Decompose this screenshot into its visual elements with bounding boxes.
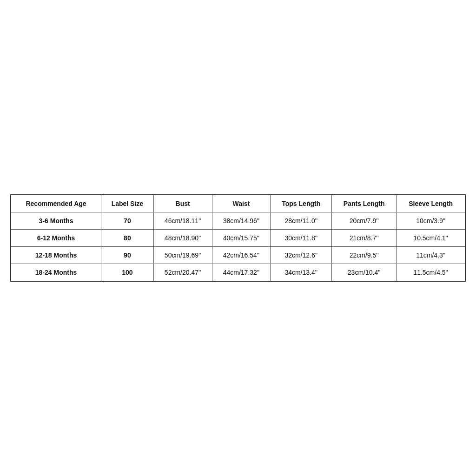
cell-bust: 50cm/19.69'' — [153, 247, 212, 264]
cell-sleeve_length: 11cm/4.3'' — [397, 247, 465, 264]
cell-tops_length: 32cm/12.6'' — [271, 247, 332, 264]
header-bust: Bust — [153, 195, 212, 212]
cell-sleeve_length: 10.5cm/4.1'' — [397, 230, 465, 247]
cell-label_size: 70 — [101, 212, 154, 230]
cell-tops_length: 30cm/11.8'' — [271, 230, 332, 247]
size-chart-table: Recommended Age Label Size Bust Waist To… — [10, 194, 466, 282]
header-sleeve-length: Sleeve Length — [397, 195, 465, 212]
cell-pants_length: 20cm/7.9'' — [332, 212, 397, 230]
cell-sleeve_length: 10cm/3.9'' — [397, 212, 465, 230]
table-row: 6-12 Months8048cm/18.90''40cm/15.75''30c… — [11, 230, 465, 247]
cell-tops_length: 34cm/13.4'' — [271, 264, 332, 282]
cell-bust: 52cm/20.47'' — [153, 264, 212, 282]
header-tops-length: Tops Length — [271, 195, 332, 212]
header-label-size: Label Size — [101, 195, 154, 212]
table-row: 12-18 Months9050cm/19.69''42cm/16.54''32… — [11, 247, 465, 264]
cell-age: 3-6 Months — [11, 212, 101, 230]
cell-age: 6-12 Months — [11, 230, 101, 247]
cell-label_size: 90 — [101, 247, 154, 264]
cell-label_size: 80 — [101, 230, 154, 247]
cell-pants_length: 22cm/9.5'' — [332, 247, 397, 264]
header-pants-length: Pants Length — [332, 195, 397, 212]
size-chart-wrapper: Recommended Age Label Size Bust Waist To… — [10, 194, 466, 282]
cell-waist: 44cm/17.32'' — [212, 264, 271, 282]
cell-waist: 40cm/15.75'' — [212, 230, 271, 247]
cell-sleeve_length: 11.5cm/4.5'' — [397, 264, 465, 282]
header-recommended-age: Recommended Age — [11, 195, 101, 212]
cell-waist: 38cm/14.96'' — [212, 212, 271, 230]
cell-age: 18-24 Months — [11, 264, 101, 282]
cell-bust: 46cm/18.11'' — [153, 212, 212, 230]
table-header-row: Recommended Age Label Size Bust Waist To… — [11, 195, 465, 212]
header-waist: Waist — [212, 195, 271, 212]
cell-pants_length: 21cm/8.7'' — [332, 230, 397, 247]
cell-waist: 42cm/16.54'' — [212, 247, 271, 264]
table-row: 3-6 Months7046cm/18.11''38cm/14.96''28cm… — [11, 212, 465, 230]
cell-label_size: 100 — [101, 264, 154, 282]
cell-age: 12-18 Months — [11, 247, 101, 264]
cell-tops_length: 28cm/11.0'' — [271, 212, 332, 230]
cell-bust: 48cm/18.90'' — [153, 230, 212, 247]
cell-pants_length: 23cm/10.4'' — [332, 264, 397, 282]
table-row: 18-24 Months10052cm/20.47''44cm/17.32''3… — [11, 264, 465, 282]
